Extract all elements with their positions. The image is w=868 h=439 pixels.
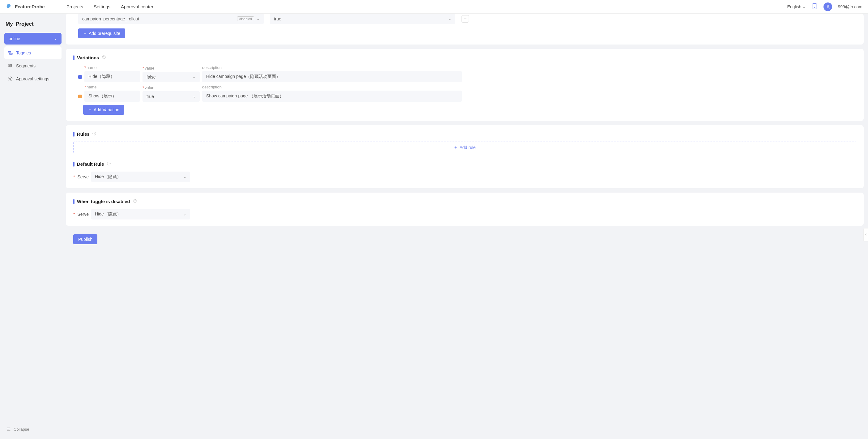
language-selector[interactable]: English ⌄ <box>787 4 806 9</box>
chevron-down-icon: ⌄ <box>193 94 196 99</box>
svg-point-5 <box>9 78 11 80</box>
disabled-card: When toggle is disabled * Serve Hide（隐藏）… <box>66 193 864 226</box>
nav-projects[interactable]: Projects <box>66 4 83 9</box>
variation-description-input[interactable]: Hide campaign page（隐藏活动页面） <box>202 71 462 82</box>
variation-color-dot <box>78 95 82 98</box>
section-title: Rules <box>77 131 90 137</box>
sidebar-item-label: Approval settings <box>16 76 49 81</box>
field-label-value: *value <box>143 85 200 90</box>
chevron-down-icon: ⌄ <box>183 212 186 216</box>
gear-icon <box>7 76 13 82</box>
section-bar <box>73 199 74 204</box>
variation-name-input[interactable]: Show（展示） <box>84 91 140 102</box>
sidebar-item-toggles[interactable]: Toggles <box>4 46 62 59</box>
svg-point-4 <box>10 64 12 66</box>
section-title: Variations <box>77 55 99 60</box>
svg-rect-1 <box>8 52 11 53</box>
serve-label: Serve <box>77 175 89 179</box>
variation-name-input[interactable]: Hide（隐藏） <box>84 71 140 82</box>
add-prerequisite-label: Add prerequisite <box>89 31 120 36</box>
sidebar: My_Project online ⌄ Toggles Segments App… <box>0 13 66 439</box>
chevron-left-icon <box>864 232 867 237</box>
chevron-down-icon: ⌄ <box>256 17 260 21</box>
sidebar-item-approval-settings[interactable]: Approval settings <box>4 72 62 85</box>
svg-point-8 <box>107 162 111 165</box>
variation-row: *name Show（展示） *value true ⌄ description… <box>73 85 856 102</box>
plus-icon <box>454 146 458 149</box>
segments-icon <box>7 63 13 69</box>
rules-card: Rules Add rule Default Rule * Serve <box>66 125 864 188</box>
nav-settings[interactable]: Settings <box>94 4 111 9</box>
plus-icon <box>83 32 87 35</box>
logo-icon <box>6 3 12 10</box>
sidebar-item-label: Segments <box>16 63 35 68</box>
disabled-serve-value: Hide（隐藏） <box>95 212 121 217</box>
section-title: When toggle is disabled <box>77 199 130 204</box>
chevron-down-icon: ⌄ <box>54 36 57 41</box>
user-icon <box>825 4 830 9</box>
avatar[interactable] <box>824 2 832 11</box>
help-icon[interactable] <box>106 161 111 167</box>
environment-selector[interactable]: online ⌄ <box>4 33 62 44</box>
variations-card: Variations *name Hide（隐藏） *value false ⌄ <box>66 49 864 121</box>
field-label-name: *name <box>84 65 140 70</box>
variation-color-dot <box>78 75 82 79</box>
environment-label: online <box>9 36 20 41</box>
add-variation-label: Add Variation <box>94 107 119 112</box>
docs-icon[interactable] <box>811 3 818 10</box>
default-rule-serve-value: Hide（隐藏） <box>95 174 121 180</box>
sidebar-item-label: Toggles <box>16 51 31 55</box>
project-title: My_Project <box>4 19 62 28</box>
default-rule-serve-select[interactable]: Hide（隐藏） ⌄ <box>91 171 190 182</box>
collapse-icon <box>6 427 11 432</box>
language-label: English <box>787 4 801 9</box>
add-rule-button[interactable]: Add rule <box>73 142 856 153</box>
svg-point-6 <box>102 56 105 59</box>
nav-links: Projects Settings Approval center <box>66 4 153 9</box>
variation-value-select[interactable]: true ⌄ <box>143 91 200 102</box>
svg-point-7 <box>93 132 96 135</box>
publish-label: Publish <box>78 237 92 242</box>
chevron-down-icon: ⌄ <box>193 75 196 79</box>
svg-rect-2 <box>9 54 13 55</box>
side-panel-handle[interactable] <box>863 228 868 242</box>
remove-prerequisite-button[interactable] <box>462 15 469 23</box>
disabled-serve-select[interactable]: Hide（隐藏） ⌄ <box>91 209 190 220</box>
collapse-button[interactable]: Collapse <box>6 427 60 432</box>
add-rule-label: Add rule <box>459 145 475 150</box>
plus-icon <box>88 108 92 112</box>
field-label-description: description <box>202 85 462 89</box>
svg-point-9 <box>133 199 136 203</box>
section-bar <box>73 132 74 137</box>
help-icon[interactable] <box>92 131 96 137</box>
variation-value-select[interactable]: false ⌄ <box>143 72 200 82</box>
sidebar-item-segments[interactable]: Segments <box>4 59 62 72</box>
nav-approval-center[interactable]: Approval center <box>121 4 153 9</box>
toggles-icon <box>7 50 13 56</box>
content: campaign_percentage_rollout disabled ⌄ t… <box>66 13 868 439</box>
add-prerequisite-button[interactable]: Add prerequisite <box>78 28 125 38</box>
minus-icon <box>463 17 467 21</box>
svg-point-3 <box>9 64 10 66</box>
help-icon[interactable] <box>133 199 137 204</box>
field-label-name: *name <box>84 85 140 89</box>
prerequisite-toggle-value: campaign_percentage_rollout <box>82 17 139 21</box>
prerequisite-card: campaign_percentage_rollout disabled ⌄ t… <box>66 13 864 44</box>
header: FeatureProbe Projects Settings Approval … <box>0 0 868 13</box>
prerequisite-toggle-select[interactable]: campaign_percentage_rollout disabled ⌄ <box>78 13 264 24</box>
logo[interactable]: FeatureProbe <box>6 3 45 10</box>
chevron-down-icon: ⌄ <box>448 17 451 21</box>
variation-row: *name Hide（隐藏） *value false ⌄ descriptio… <box>73 65 856 82</box>
publish-button[interactable]: Publish <box>73 234 97 244</box>
prerequisite-value-select[interactable]: true ⌄ <box>270 13 455 24</box>
status-badge: disabled <box>237 17 254 21</box>
chevron-down-icon: ⌄ <box>183 175 186 179</box>
logo-text: FeatureProbe <box>15 4 45 9</box>
help-icon[interactable] <box>102 55 106 60</box>
section-title: Default Rule <box>77 161 104 167</box>
collapse-label: Collapse <box>13 427 29 432</box>
variation-description-input[interactable]: Show campaign page （展示活动页面） <box>202 91 462 102</box>
prerequisite-value: true <box>274 17 281 21</box>
chevron-down-icon: ⌄ <box>803 5 806 9</box>
add-variation-button[interactable]: Add Variation <box>83 105 124 115</box>
